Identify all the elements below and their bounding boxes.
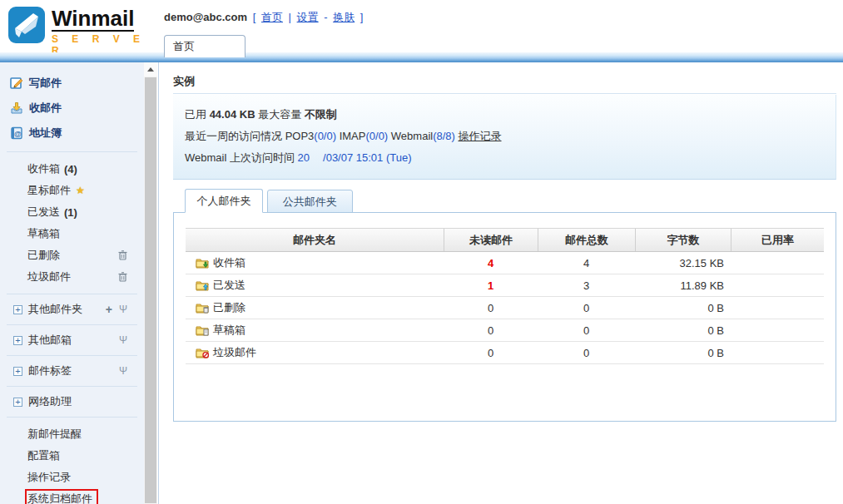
group-label: 邮件标签: [28, 363, 72, 378]
sidebar-item-system-archive[interactable]: 系统归档邮件: [0, 488, 144, 504]
unread-count: 0: [444, 324, 538, 337]
sidebar-group-other-mailboxes[interactable]: + 其他邮箱 Ψ: [0, 331, 144, 349]
bracket-close: ]: [360, 11, 364, 23]
expand-icon[interactable]: +: [13, 336, 22, 345]
folder-label: 收件箱: [27, 161, 60, 176]
folder-name: 草稿箱: [213, 323, 245, 338]
sidebar-item-label: 收邮件: [29, 101, 62, 116]
table-row: 收件箱 4 4 32.15 KB: [186, 252, 824, 274]
bytes-value: 0 B: [635, 347, 731, 359]
folder-name: 垃圾邮件: [213, 345, 256, 360]
folders-table: 邮件夹名 未读邮件 邮件总数 字节数 已用率 收件箱: [186, 228, 824, 364]
folder-link-inbox[interactable]: 收件箱: [186, 255, 444, 270]
sidebar-item-label: 地址簿: [29, 126, 62, 141]
account-bar: demo@abc.com [ 首页 | 设置 - 换肤 ]: [164, 10, 365, 25]
link-sep-pipe: |: [289, 11, 291, 23]
bytes-value: 0 B: [635, 302, 731, 314]
sidebar-item-starred[interactable]: 星标邮件 ★: [0, 180, 144, 201]
trash-icon[interactable]: [118, 272, 127, 282]
bytes-value: 0 B: [635, 324, 731, 337]
folder-name: 收件箱: [213, 255, 245, 270]
unread-count: 0: [444, 347, 538, 359]
sidebar-group-net-assistant[interactable]: + 网络助理: [0, 393, 144, 411]
sidebar-group-other-folders[interactable]: + 其他邮件夹 + Ψ: [0, 300, 144, 319]
folder-label: 已删除: [27, 248, 60, 263]
folder-link-junk[interactable]: 垃圾邮件: [186, 345, 444, 360]
winmail-logo: Winmail S E R V E R: [8, 5, 150, 47]
table-row: 已删除 0 0 0 B: [186, 297, 824, 319]
pop3-value: (0/0): [314, 130, 336, 142]
inbox-count: (4): [64, 163, 77, 175]
trash-icon[interactable]: [118, 250, 127, 260]
sidebar-item-deleted[interactable]: 已删除: [0, 245, 144, 266]
scrollbar-thumb[interactable]: [145, 77, 156, 503]
bytes-value: 11.89 KB: [635, 279, 731, 292]
folder-label: 星标邮件: [27, 183, 71, 198]
tool-label: 新邮件提醒: [27, 427, 82, 442]
folder-link-deleted[interactable]: 已删除: [186, 300, 444, 315]
expand-icon[interactable]: +: [13, 398, 22, 407]
webmail-value: (8/8): [433, 130, 455, 142]
sidebar-scrollbar[interactable]: [144, 62, 157, 504]
add-folder-icon[interactable]: +: [106, 303, 112, 316]
sidebar-item-config-box[interactable]: 配置箱: [0, 445, 144, 467]
total-count: 0: [538, 324, 635, 337]
expand-icon[interactable]: +: [13, 367, 22, 376]
manage-icon[interactable]: Ψ: [119, 334, 127, 346]
junk-folder-icon: [196, 347, 209, 358]
sidebar-separator: [7, 417, 137, 418]
scrollbar-up-icon: [147, 67, 154, 72]
sidebar-item-sent[interactable]: 已发送 (1): [0, 201, 144, 223]
link-settings[interactable]: 设置: [297, 11, 319, 23]
bracket-open: [: [253, 11, 256, 23]
table-row: 垃圾邮件 0 0 0 B: [186, 342, 824, 364]
folder-name: 已发送: [213, 278, 245, 293]
sent-count: (1): [64, 206, 77, 219]
operation-log-link[interactable]: 操作记录: [459, 130, 502, 142]
tab-home[interactable]: 首页: [164, 35, 245, 57]
col-total: 邮件总数: [538, 229, 635, 251]
sidebar-item-inbox[interactable]: 收件箱 (4): [0, 158, 144, 180]
sidebar-separator: [7, 294, 137, 294]
week-access-line: 最近一周的访问情况 POP3(0/0) IMAP(0/0) Webmail(8/…: [185, 126, 824, 147]
manage-icon[interactable]: Ψ: [119, 365, 127, 377]
sidebar-item-addressbook[interactable]: @ 地址簿: [0, 121, 144, 146]
tool-label: 操作记录: [27, 470, 71, 485]
webmail-label: Webmail: [391, 130, 433, 142]
last-visit-year: 20: [298, 151, 310, 164]
folder-link-drafts[interactable]: 草稿箱: [186, 323, 444, 338]
sidebar-item-new-mail-alert[interactable]: 新邮件提醒: [0, 423, 144, 445]
sidebar-item-junk[interactable]: 垃圾邮件: [0, 266, 144, 288]
total-count: 0: [538, 347, 635, 359]
tab-public-folders[interactable]: 公共邮件夹: [267, 190, 353, 213]
manage-icon[interactable]: Ψ: [119, 304, 127, 315]
sidebar-separator: [7, 355, 137, 356]
scrollbar-up-button[interactable]: [144, 62, 157, 77]
title-rule: [173, 93, 836, 94]
app-header: Winmail S E R V E R demo@abc.com [ 首页 | …: [0, 0, 843, 52]
sidebar-separator: [7, 151, 137, 152]
sidebar-item-compose[interactable]: 写邮件: [0, 71, 144, 96]
folder-label: 草稿箱: [27, 226, 60, 241]
total-count: 3: [538, 279, 635, 292]
link-skin[interactable]: 换肤: [333, 11, 355, 23]
folder-name: 已删除: [213, 300, 245, 315]
last-visit-label: Webmail 上次访问时间: [185, 151, 295, 164]
sidebar-group-mail-tags[interactable]: + 邮件标签 Ψ: [0, 362, 144, 380]
top-accent-bar: [0, 52, 843, 62]
col-unread: 未读邮件: [444, 229, 538, 251]
winmail-logo-icon: [8, 7, 45, 43]
table-header-row: 邮件夹名 未读邮件 邮件总数 字节数 已用率: [186, 228, 824, 252]
link-home[interactable]: 首页: [261, 11, 283, 23]
sidebar-item-receive[interactable]: 收邮件: [0, 96, 144, 121]
logo-brand-text: Winmail: [52, 7, 134, 32]
last-visit-line: Webmail 上次访问时间 20/03/07 15:01 (Tue): [185, 147, 824, 169]
unread-count: 1: [444, 279, 538, 292]
folder-label: 垃圾邮件: [27, 269, 71, 284]
tab-personal-folders[interactable]: 个人邮件夹: [185, 189, 263, 213]
drafts-folder-icon: [196, 324, 209, 336]
sidebar-item-operation-log[interactable]: 操作记录: [0, 467, 144, 488]
folder-link-sent[interactable]: 已发送: [186, 278, 444, 293]
sidebar-item-drafts[interactable]: 草稿箱: [0, 223, 144, 245]
expand-icon[interactable]: +: [13, 305, 22, 314]
